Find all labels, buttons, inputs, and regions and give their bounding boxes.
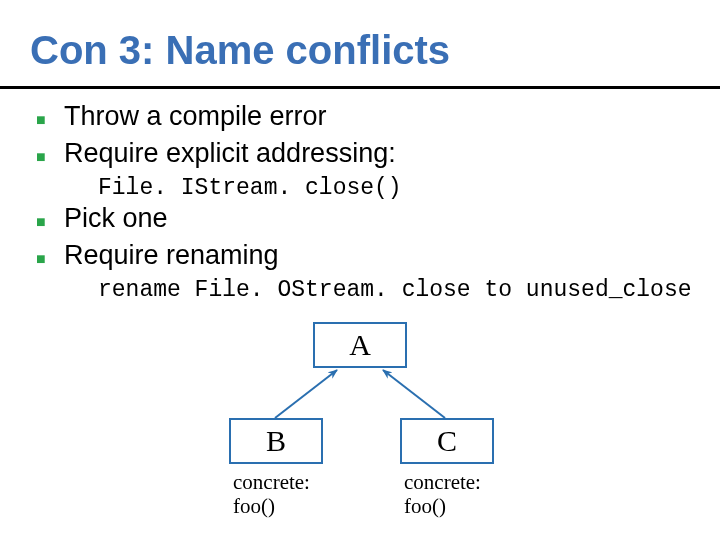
svg-line-0 [275, 370, 337, 418]
bullet-item: ■ Require renaming [36, 239, 700, 274]
code-line: rename File. OStream. close to unused_cl… [98, 276, 700, 304]
slide: Con 3: Name conflicts ■ Throw a compile … [0, 0, 720, 540]
bullet-mark-icon: ■ [36, 244, 64, 274]
bullet-text: Pick one [64, 202, 168, 234]
node-c-caption: concrete: foo() [404, 470, 481, 518]
node-a: A [313, 322, 407, 368]
caption-line: concrete: [233, 470, 310, 494]
caption-line: foo() [233, 494, 275, 518]
node-b: B [229, 418, 323, 464]
bullet-text: Require explicit addressing: [64, 137, 396, 169]
node-c: C [400, 418, 494, 464]
bullet-item: ■ Require explicit addressing: [36, 137, 700, 172]
node-b-caption: concrete: foo() [233, 470, 310, 518]
horizontal-rule [0, 86, 720, 89]
node-a-label: A [349, 328, 371, 361]
slide-body: ■ Throw a compile error ■ Require explic… [36, 100, 700, 304]
bullet-item: ■ Pick one [36, 202, 700, 237]
node-c-label: C [437, 424, 457, 457]
node-b-label: B [266, 424, 286, 457]
svg-line-1 [383, 370, 445, 418]
bullet-mark-icon: ■ [36, 105, 64, 135]
diagram: A B concrete: foo() C concrete: foo() [0, 310, 720, 540]
bullet-text: Throw a compile error [64, 100, 327, 132]
code-line: File. IStream. close() [98, 174, 700, 202]
slide-title: Con 3: Name conflicts [30, 28, 450, 73]
caption-line: concrete: [404, 470, 481, 494]
bullet-text: Require renaming [64, 239, 279, 271]
bullet-mark-icon: ■ [36, 142, 64, 172]
caption-line: foo() [404, 494, 446, 518]
bullet-mark-icon: ■ [36, 207, 64, 237]
bullet-item: ■ Throw a compile error [36, 100, 700, 135]
